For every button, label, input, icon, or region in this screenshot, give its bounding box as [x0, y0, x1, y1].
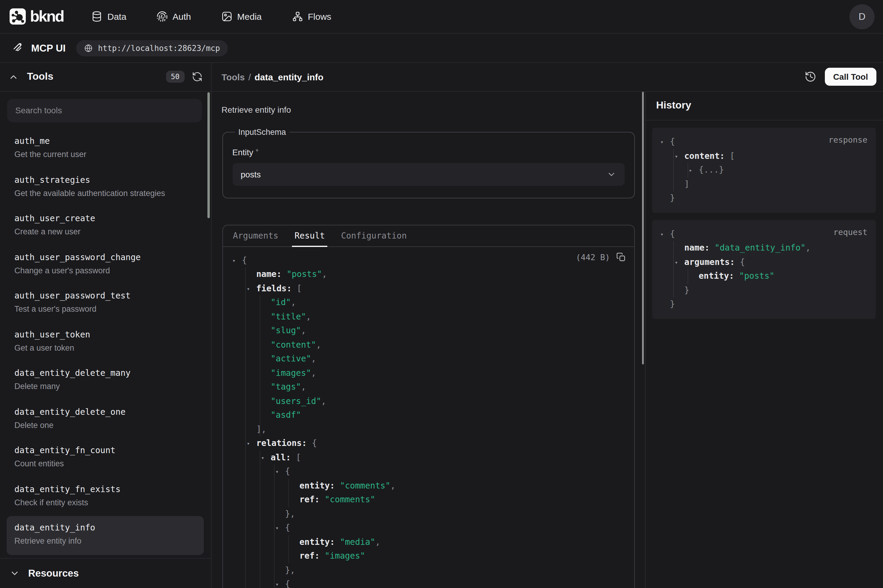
json-string: "images": [271, 368, 311, 377]
nav-item-auth[interactable]: Auth: [156, 11, 191, 22]
resources-section-header[interactable]: Resources: [0, 558, 211, 588]
json-punct: ]: [684, 179, 690, 189]
tool-name: data_entity_fn_exists: [14, 483, 196, 495]
bknd-logo-icon: [10, 8, 26, 25]
tool-description: Count entities: [14, 459, 196, 469]
tool-name: data_entity_delete_many: [14, 368, 196, 379]
tool-name: auth_strategies: [14, 174, 196, 186]
json-punct: }: [670, 193, 675, 202]
mcp-bar: MCP UI http://localhost:28623/mcp: [0, 34, 883, 63]
entity-select[interactable]: posts: [232, 163, 624, 186]
tool-list-item[interactable]: auth_me Get the current user: [7, 129, 204, 168]
toggle-triangle-icon[interactable]: ▾: [247, 437, 256, 451]
json-punct: ,: [390, 480, 395, 490]
toggle-triangle-icon[interactable]: ▾: [261, 451, 271, 465]
json-key: all:: [271, 452, 296, 462]
history-title: History: [656, 100, 691, 112]
tool-name: data_entity_delete_one: [14, 406, 196, 417]
history-entry-response[interactable]: response ▾{▾content: [▸{...}]}: [652, 128, 876, 213]
database-icon: [91, 11, 102, 22]
tool-list-item[interactable]: data_entity_delete_one Delete one: [7, 400, 204, 439]
brand-logo[interactable]: bknd: [10, 7, 63, 26]
sidebar-scrollbar[interactable]: [207, 92, 210, 218]
json-key: entity:: [300, 537, 340, 546]
tool-list-item[interactable]: auth_user_password_test Test a user's pa…: [7, 284, 204, 323]
call-tool-button[interactable]: Call Tool: [825, 68, 876, 86]
chevron-down-icon: [606, 170, 616, 179]
tab-arguments[interactable]: Arguments: [233, 225, 279, 246]
json-line: ▾{: [660, 135, 867, 149]
json-line: "slug",: [232, 324, 625, 338]
refresh-tools-button[interactable]: [192, 72, 202, 82]
toggle-triangle-icon[interactable]: ▾: [675, 256, 684, 270]
json-line: }: [660, 297, 867, 311]
server-url-pill[interactable]: http://localhost:28623/mcp: [76, 40, 228, 56]
indent-guide: [259, 450, 260, 588]
json-punct: {: [312, 438, 317, 448]
json-punct: [: [730, 151, 735, 160]
content-split: Retrieve entity info InputSchema Entity*…: [211, 92, 883, 588]
json-punct: ,: [311, 354, 316, 363]
toggle-triangle-icon[interactable]: ▾: [660, 135, 670, 150]
json-line: name: "data_entity_info",: [660, 241, 867, 255]
tool-list-item[interactable]: data_entity_fn_count Count entities: [7, 439, 204, 477]
toggle-triangle-icon[interactable]: ▾: [660, 228, 670, 242]
toggle-triangle-icon[interactable]: ▾: [276, 522, 285, 536]
json-string: "comments": [325, 495, 375, 504]
indent-guide: [288, 535, 289, 563]
toggle-triangle-icon[interactable]: ▾: [247, 282, 256, 296]
nav-item-flows[interactable]: Flows: [292, 11, 331, 22]
toggle-triangle-icon[interactable]: ▾: [276, 465, 285, 479]
toggle-triangle-icon[interactable]: ▸: [689, 164, 699, 178]
tool-name: data_entity_fn_count: [14, 445, 196, 456]
json-punct: ,: [311, 368, 316, 377]
user-avatar[interactable]: D: [849, 4, 875, 29]
resources-section-title: Resources: [28, 568, 79, 579]
required-mark: *: [256, 147, 258, 156]
main-nav: Data Auth: [91, 11, 331, 22]
json-line: ]: [660, 177, 867, 191]
content-scrollbar[interactable]: [642, 92, 644, 364]
search-input[interactable]: [7, 99, 202, 122]
tool-name: auth_user_password_change: [14, 252, 196, 263]
history-toggle-button[interactable]: [805, 71, 817, 83]
toggle-triangle-icon[interactable]: ▾: [675, 150, 684, 164]
json-punct: {: [670, 229, 675, 238]
json-punct: },: [285, 508, 295, 518]
breadcrumb-section[interactable]: Tools: [222, 72, 245, 82]
json-punct: {: [285, 523, 290, 532]
tool-list-item[interactable]: auth_strategies Get the available authen…: [7, 168, 204, 207]
json-line: ref: "images": [232, 549, 625, 563]
tools-section-header[interactable]: Tools 50: [0, 63, 211, 92]
json-string: "posts": [739, 271, 775, 280]
nav-item-data[interactable]: Data: [91, 11, 126, 22]
json-punct: ,: [321, 396, 327, 405]
json-punct: {: [285, 466, 290, 476]
tool-list-item[interactable]: auth_user_create Create a new user: [7, 207, 204, 246]
tool-list: auth_me Get the current user auth_strate…: [0, 129, 210, 555]
toggle-triangle-icon[interactable]: ▾: [276, 578, 285, 588]
nav-item-media[interactable]: Media: [221, 11, 262, 22]
tool-list-item[interactable]: data_entity_info Retrieve entity info: [7, 516, 204, 555]
json-key: relations:: [256, 438, 312, 448]
tab-bar: Arguments Result Configuration: [223, 225, 634, 247]
json-key: fields:: [256, 283, 297, 293]
tab-configuration[interactable]: Configuration: [341, 225, 407, 246]
tool-list-item[interactable]: auth_user_token Get a user token: [7, 323, 204, 362]
tab-result[interactable]: Result: [295, 225, 325, 246]
globe-icon: [84, 44, 93, 52]
tool-list-item[interactable]: auth_user_password_change Change a user'…: [7, 246, 204, 284]
json-key: entity:: [699, 271, 739, 280]
history-panel: History response ▾{▾content: [▸{...}]} r…: [645, 92, 883, 588]
indent-guide: [274, 465, 274, 588]
tool-list-item[interactable]: data_entity_fn_exists Check if entity ex…: [7, 477, 204, 516]
indent-guide: [288, 478, 289, 507]
tool-detail: Retrieve entity info InputSchema Entity*…: [211, 92, 645, 588]
json-string: "users_id": [271, 396, 321, 405]
toggle-triangle-icon[interactable]: ▾: [232, 254, 242, 268]
top-nav: bknd Data: [0, 0, 883, 34]
history-entry-request[interactable]: request ▾{name: "data_entity_info",▾argu…: [652, 220, 876, 319]
json-string: "slug": [271, 326, 301, 335]
tool-list-item[interactable]: data_entity_delete_many Delete many: [7, 362, 204, 400]
json-line: ▾content: [: [660, 149, 867, 163]
